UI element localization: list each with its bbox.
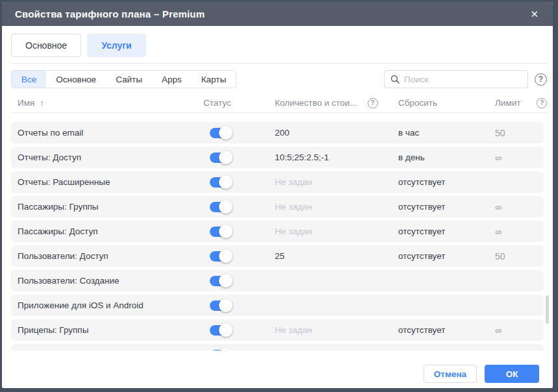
toggle-knob [219,151,233,164]
close-icon[interactable]: ✕ [529,8,540,20]
quantity-cell[interactable]: Не задан [275,177,398,187]
limit-help-icon[interactable]: ? [537,98,547,108]
dialog-footer: Отмена ОК [2,351,553,388]
quantity-cell[interactable]: Не задан [275,325,398,335]
table-row: Пассажиры: Группы Не задан отсутствует ∞ [11,196,544,217]
service-name: Приложение для iOS и Android [18,300,203,310]
table-row: Прицепы: Группы Не задан отсутствует ∞ [11,319,544,341]
table-row: Пользователи: Создание [11,270,544,291]
table-row: Отчеты: Расширенные Не задан отсутствует [11,171,544,193]
tabs-divider [11,63,549,64]
cancel-button[interactable]: Отмена [424,365,477,383]
table-row: Пользователи: Доступ 25 отсутствует 50 [11,245,544,267]
status-cell [203,300,275,311]
column-header-status: Статус [203,98,275,108]
filter-tab-1[interactable]: Основное [46,71,106,88]
service-name: Отчеты по email [18,128,203,138]
table-rows-viewport: Отчеты по email 200 в час 50 Отчеты: Дос… [11,122,549,350]
filter-tab-3[interactable]: Apps [152,71,192,88]
reset-cell[interactable]: отсутствует [398,227,486,236]
status-toggle[interactable] [210,128,231,138]
search-input[interactable] [404,75,522,84]
status-cell [203,227,275,237]
status-cell [203,350,275,351]
quantity-help-icon[interactable]: ? [368,98,378,108]
help-icon[interactable]: ? [535,73,547,86]
column-header-reset: Сбросить [398,98,486,108]
quantity-cell[interactable]: Не задан [275,202,398,212]
main-tabs: ОсновноеУслуги [11,34,549,57]
quantity-cell[interactable]: 10:5;25:2.5;-1 [275,153,398,162]
filter-tab-0[interactable]: Все [12,71,46,88]
limit-cell[interactable]: 50 [486,251,537,262]
search-icon [390,75,399,84]
ok-button[interactable]: ОК [485,365,539,383]
toggle-knob [219,348,233,350]
status-cell [203,202,275,212]
sort-ascending-icon: ↑ [40,98,44,108]
dialog-body: ОсновноеУслуги ВсеОсновноеСайтыAppsКарты… [2,26,553,351]
status-cell [203,177,275,188]
service-name: Пользователи: Создание [18,276,203,286]
limit-cell[interactable]: ∞ [486,227,537,237]
reset-cell[interactable]: в час [398,128,486,138]
column-header-name[interactable]: Имя ↑ [18,98,203,108]
service-name: Отчеты: Доступ [18,153,203,162]
status-cell [203,325,275,336]
reset-cell[interactable]: отсутствует [398,202,486,212]
table-row [11,344,544,350]
limit-cell[interactable]: 50 [486,128,537,138]
toggle-knob [219,200,233,214]
quantity-cell[interactable]: Не задан [275,227,398,236]
reset-cell[interactable]: отсутствует [398,251,486,261]
limit-cell[interactable]: ∞ [486,325,537,336]
table-row: Приложение для iOS и Android [11,295,544,316]
table-rows-list: Отчеты по email 200 в час 50 Отчеты: Дос… [11,122,544,350]
toggle-knob [219,274,233,288]
status-cell [203,276,275,286]
table-header: Имя ↑ Статус Количество и стои... ? Сбро… [11,95,549,113]
status-toggle[interactable] [210,227,231,237]
vertical-scrollbar[interactable] [546,295,549,324]
limit-cell[interactable]: ∞ [486,153,537,163]
status-toggle[interactable] [210,350,231,351]
limit-cell[interactable]: ∞ [486,202,537,212]
status-toggle[interactable] [210,276,231,286]
category-filter-tabs: ВсеОсновноеСайтыAppsКарты [11,70,236,88]
status-toggle[interactable] [210,251,231,262]
status-toggle[interactable] [210,153,231,163]
search-box[interactable] [384,70,528,88]
column-header-quantity: Количество и стои... ? [275,98,398,108]
status-cell [203,128,275,138]
toggle-knob [219,299,233,312]
status-cell [203,251,275,262]
service-name: Прицепы: Группы [18,325,203,335]
table-row: Отчеты по email 200 в час 50 [11,122,544,143]
reset-cell[interactable]: в день [398,153,486,162]
filter-tab-2[interactable]: Сайты [106,71,152,88]
dialog-title: Свойства тарифного плана – Premium [15,8,205,19]
toggle-knob [219,323,233,337]
reset-cell[interactable]: отсутствует [398,177,486,187]
table-row: Отчеты: Доступ 10:5;25:2.5;-1 в день ∞ [11,147,544,168]
reset-cell[interactable]: отсутствует [398,325,486,335]
status-toggle[interactable] [210,177,231,188]
controls-row: ВсеОсновноеСайтыAppsКарты ? [11,70,549,88]
status-cell [203,153,275,163]
quantity-cell[interactable]: 200 [275,128,398,138]
tab-main[interactable]: Основное [11,34,81,57]
column-header-limit: Лимит ? [486,98,547,108]
status-toggle[interactable] [210,325,231,336]
dialog-titlebar: Свойства тарифного плана – Premium ✕ [2,2,553,26]
service-name: Пассажиры: Доступ [18,227,203,236]
status-toggle[interactable] [210,202,231,212]
tab-services[interactable]: Услуги [87,34,146,57]
toggle-knob [219,126,233,140]
service-name: Пользователи: Доступ [18,251,203,261]
status-toggle[interactable] [210,300,231,311]
toggle-knob [219,225,233,238]
quantity-cell[interactable]: 25 [275,251,398,261]
toggle-knob [219,249,233,263]
tariff-plan-properties-dialog: Свойства тарифного плана – Premium ✕ Осн… [2,2,553,388]
filter-tab-4[interactable]: Карты [192,71,236,88]
